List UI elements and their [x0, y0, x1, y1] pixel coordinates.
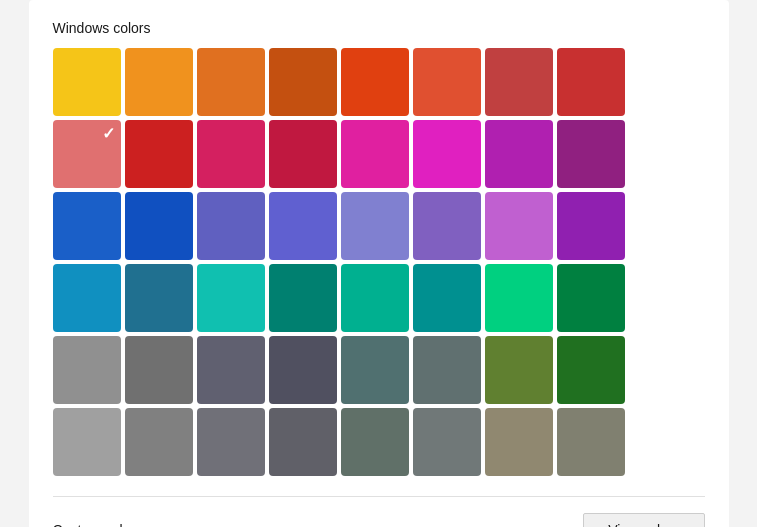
color-swatch[interactable] [125, 192, 193, 260]
color-swatch[interactable] [413, 408, 481, 476]
color-swatch[interactable] [125, 48, 193, 116]
custom-colors-label: Custom colors [53, 522, 142, 527]
color-swatch[interactable] [485, 48, 553, 116]
color-swatch[interactable] [53, 408, 121, 476]
color-swatch[interactable] [53, 264, 121, 332]
color-swatch[interactable] [125, 408, 193, 476]
color-swatch[interactable] [197, 120, 265, 188]
color-swatch[interactable] [269, 120, 337, 188]
color-swatch[interactable] [485, 408, 553, 476]
color-swatch[interactable] [413, 48, 481, 116]
color-swatch[interactable] [413, 192, 481, 260]
color-swatch[interactable] [557, 120, 625, 188]
color-swatch[interactable] [413, 120, 481, 188]
color-swatch[interactable] [557, 408, 625, 476]
color-swatch[interactable] [485, 336, 553, 404]
color-swatch[interactable] [413, 264, 481, 332]
color-picker-panel: Windows colors Custom colors View colors [29, 0, 729, 527]
custom-colors-row: Custom colors View colors [53, 513, 705, 527]
color-swatch[interactable] [485, 264, 553, 332]
windows-colors-title: Windows colors [53, 20, 705, 36]
color-swatch[interactable] [269, 264, 337, 332]
color-swatch[interactable] [53, 120, 121, 188]
color-swatch[interactable] [269, 408, 337, 476]
view-colors-button[interactable]: View colors [583, 513, 704, 527]
color-swatch[interactable] [341, 120, 409, 188]
color-swatch[interactable] [269, 192, 337, 260]
color-swatch[interactable] [341, 192, 409, 260]
color-swatch[interactable] [197, 264, 265, 332]
color-swatch[interactable] [197, 408, 265, 476]
color-grid [53, 48, 705, 476]
color-swatch[interactable] [197, 192, 265, 260]
color-swatch[interactable] [557, 264, 625, 332]
color-swatch[interactable] [125, 264, 193, 332]
color-swatch[interactable] [485, 120, 553, 188]
divider [53, 496, 705, 497]
color-swatch[interactable] [53, 192, 121, 260]
color-swatch[interactable] [53, 48, 121, 116]
color-swatch[interactable] [341, 264, 409, 332]
color-swatch[interactable] [53, 336, 121, 404]
color-swatch[interactable] [557, 192, 625, 260]
color-swatch[interactable] [125, 120, 193, 188]
color-swatch[interactable] [269, 336, 337, 404]
color-swatch[interactable] [341, 336, 409, 404]
color-swatch[interactable] [557, 336, 625, 404]
color-swatch[interactable] [413, 336, 481, 404]
color-swatch[interactable] [557, 48, 625, 116]
color-swatch[interactable] [197, 336, 265, 404]
color-swatch[interactable] [125, 336, 193, 404]
color-swatch[interactable] [269, 48, 337, 116]
color-swatch[interactable] [341, 408, 409, 476]
color-swatch[interactable] [341, 48, 409, 116]
color-swatch[interactable] [197, 48, 265, 116]
color-swatch[interactable] [485, 192, 553, 260]
